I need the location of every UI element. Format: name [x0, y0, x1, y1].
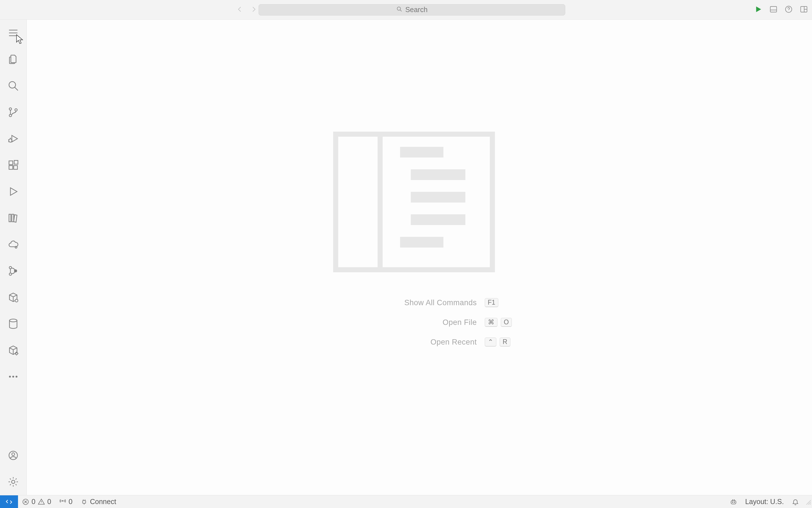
source-control-button[interactable] [0, 99, 27, 125]
key: O [501, 318, 512, 327]
error-icon [22, 498, 29, 505]
run-debug-icon [8, 133, 19, 144]
more-button[interactable] [0, 364, 27, 390]
key: F1 [485, 298, 498, 307]
svg-point-32 [9, 266, 11, 269]
svg-line-14 [15, 87, 18, 91]
svg-point-53 [62, 500, 63, 501]
svg-rect-30 [12, 214, 14, 222]
svg-point-17 [15, 109, 17, 111]
svg-marker-18 [12, 135, 17, 142]
svg-line-63 [810, 504, 811, 505]
svg-rect-27 [14, 160, 18, 164]
search-input[interactable]: Search [258, 4, 565, 15]
remote-button[interactable] [0, 495, 18, 508]
help-button[interactable] [784, 5, 793, 15]
watermark-illustration [333, 132, 495, 272]
svg-marker-28 [10, 188, 17, 196]
search-button[interactable] [0, 73, 27, 99]
plug-icon [80, 498, 88, 505]
bell-icon [792, 498, 799, 505]
library-button[interactable] [0, 205, 27, 231]
svg-point-36 [9, 319, 17, 322]
problems-button[interactable]: 0 0 [18, 498, 55, 506]
warning-icon [38, 498, 45, 505]
svg-point-59 [732, 502, 733, 502]
graph-button[interactable] [0, 258, 27, 284]
keyboard-layout-button[interactable]: Layout: U.S. [741, 498, 788, 506]
key: ⌘ [485, 318, 497, 327]
cube-gear-icon [8, 345, 19, 356]
play-activity-button[interactable] [0, 178, 27, 205]
nav-forward-button[interactable] [250, 5, 258, 14]
key: ⌃ [485, 338, 496, 346]
svg-point-46 [12, 453, 15, 456]
notifications-button[interactable] [788, 498, 803, 505]
svg-rect-58 [731, 500, 736, 504]
connect-button[interactable]: Connect [77, 498, 120, 506]
git-graph-icon [8, 265, 19, 277]
extensions-button[interactable] [0, 152, 27, 178]
cloud-button[interactable] [0, 231, 27, 258]
menu-icon [8, 27, 19, 39]
ellipsis-icon [8, 371, 19, 382]
toggle-panel-button[interactable] [769, 5, 778, 15]
remote-icon [5, 498, 13, 505]
settings-button[interactable] [0, 469, 27, 495]
play-outline-icon [8, 186, 19, 197]
hint-open-recent: Open Recent ⌃ R [316, 338, 513, 346]
svg-point-0 [397, 7, 401, 10]
files-icon [8, 54, 19, 65]
hint-label: Show All Commands [404, 298, 477, 307]
svg-point-60 [734, 502, 735, 502]
hint-open-file: Open File ⌘ O [316, 318, 513, 327]
svg-rect-54 [82, 500, 85, 503]
explorer-button[interactable] [0, 46, 27, 73]
remote-container-button[interactable] [0, 284, 27, 310]
svg-point-13 [9, 82, 15, 88]
key: R [500, 338, 511, 346]
resize-grip[interactable] [805, 499, 811, 505]
svg-point-16 [9, 115, 11, 117]
svg-rect-26 [14, 166, 17, 169]
svg-marker-2 [756, 6, 761, 12]
editor-area: Show All Commands F1 Open File ⌘ O Open … [27, 20, 812, 495]
hint-label: Open Recent [431, 338, 477, 346]
svg-line-21 [8, 139, 9, 140]
ports-count: 0 [69, 498, 73, 506]
menu-button[interactable] [0, 20, 27, 46]
titlebar-right [754, 5, 808, 15]
hint-label: Open File [443, 318, 477, 327]
search-icon [396, 6, 402, 14]
svg-rect-24 [9, 161, 13, 165]
database-button[interactable] [0, 310, 27, 337]
resize-grip-icon [805, 499, 811, 505]
nav-back-button[interactable] [236, 5, 244, 14]
svg-point-47 [11, 480, 15, 483]
run-debug-button[interactable] [0, 125, 27, 152]
ports-button[interactable]: 0 [55, 498, 77, 506]
copilot-icon [730, 498, 737, 505]
svg-point-15 [9, 108, 11, 110]
box-dot-icon [8, 292, 19, 303]
svg-point-33 [9, 273, 11, 276]
customize-layout-button[interactable] [800, 5, 808, 15]
svg-line-1 [400, 10, 402, 11]
extensions-icon [8, 160, 19, 171]
svg-point-35 [15, 299, 18, 302]
radio-tower-icon [59, 498, 67, 505]
books-icon [8, 212, 19, 224]
gear-icon [8, 476, 19, 488]
search-placeholder: Search [405, 6, 428, 14]
svg-point-42 [9, 376, 11, 378]
shortcut-hints: Show All Commands F1 Open File ⌘ O Open … [316, 298, 513, 346]
svg-line-23 [8, 141, 9, 142]
copilot-button[interactable] [726, 498, 741, 505]
database-icon [8, 318, 19, 329]
account-button[interactable] [0, 442, 27, 469]
warnings-count: 0 [47, 498, 51, 506]
cube-button[interactable] [0, 337, 27, 364]
errors-count: 0 [32, 498, 35, 506]
svg-rect-29 [9, 214, 11, 222]
run-play-button[interactable] [754, 5, 763, 15]
